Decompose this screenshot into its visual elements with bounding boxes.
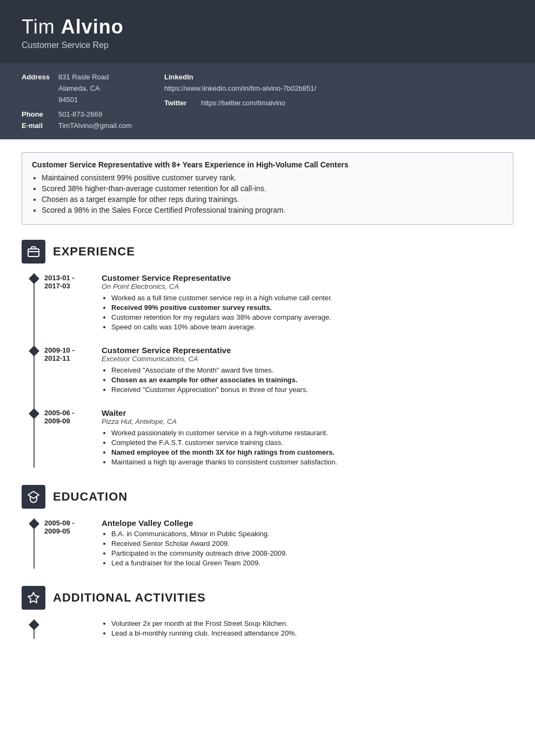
activities-item: Volunteer 2x per month at the Frost Stre… bbox=[35, 619, 513, 639]
education-section: EDUCATION 2005-09 - 2009-05 Antelope Val… bbox=[22, 485, 513, 569]
linkedin-value: https://www.linkedin.com/in/tim-alvino-7… bbox=[164, 84, 316, 92]
job-date: 2009-10 - 2012-11 bbox=[35, 346, 94, 395]
job-bullet: Maintained a high tip average thanks to … bbox=[111, 458, 513, 466]
address-label: Address bbox=[22, 73, 58, 81]
star-icon bbox=[27, 591, 40, 604]
edu-bullet: B.A. in Communications, Minor in Public … bbox=[111, 530, 513, 538]
main-content: Customer Service Representative with 8+ … bbox=[0, 139, 535, 678]
edu-bullet: Received Senior Scholar Award 2009. bbox=[111, 539, 513, 548]
twitter-value: https://twitter.com/timalvino bbox=[201, 99, 285, 107]
edu-school: Antelope Valley College bbox=[102, 518, 513, 528]
education-timeline: 2005-09 - 2009-05 Antelope Valley Colleg… bbox=[34, 518, 513, 569]
job-item: 2005-06 - 2009-09 Waiter Pizza Hut, Ante… bbox=[35, 408, 513, 468]
job-date: 2005-06 - 2009-09 bbox=[35, 408, 94, 468]
job-bullets: Worked as a full time customer service r… bbox=[102, 294, 513, 331]
job-bullet: Worked passionately in customer service … bbox=[111, 429, 513, 437]
resume-header: Tim Alvino Customer Service Rep bbox=[0, 0, 535, 63]
job-bullet: Customer retention for my regulars was 3… bbox=[111, 313, 513, 321]
summary-section: Customer Service Representative with 8+ … bbox=[22, 152, 513, 225]
address-line1: 831 Rasle Road bbox=[58, 73, 109, 81]
job-date: 2013-01 - 2017-03 bbox=[35, 273, 94, 333]
job-bullet: Received "Customer Appreciation" bonus i… bbox=[111, 386, 513, 394]
experience-timeline: 2013-01 - 2017-03 Customer Service Repre… bbox=[34, 273, 513, 468]
job-company: Pizza Hut, Antelope, CA bbox=[102, 417, 513, 426]
activities-list: Volunteer 2x per month at the Frost Stre… bbox=[102, 619, 513, 637]
summary-title: Customer Service Representative with 8+ … bbox=[32, 160, 503, 169]
svg-marker-3 bbox=[28, 592, 39, 603]
email-row: E-mail TimTAlvino@gmail.com bbox=[22, 122, 132, 130]
summary-bullet: Scored 38% higher-than-average customer … bbox=[42, 184, 503, 193]
job-bullet: Received 99% positive customer survey re… bbox=[111, 303, 513, 312]
svg-rect-0 bbox=[28, 249, 39, 256]
summary-bullet: Scored a 98% in the Sales Force Certifie… bbox=[42, 206, 503, 214]
experience-icon bbox=[22, 240, 45, 264]
edu-date: 2005-09 - 2009-05 bbox=[35, 518, 94, 569]
twitter-row: Twitter https://twitter.com/timalvino bbox=[164, 99, 316, 107]
email-value: TimTAlvino@gmail.com bbox=[58, 122, 132, 130]
twitter-label: Twitter bbox=[164, 99, 201, 107]
phone-value: 501-873-2669 bbox=[58, 110, 102, 118]
activities-section: ADDITIONAL ACTIVITIES Volunteer 2x per m… bbox=[22, 586, 513, 639]
activities-content: Volunteer 2x per month at the Frost Stre… bbox=[94, 619, 513, 639]
job-item: 2013-01 - 2017-03 Customer Service Repre… bbox=[35, 273, 513, 333]
briefcase-icon bbox=[27, 245, 40, 258]
address-line2: Alameda, CA bbox=[58, 84, 132, 92]
job-bullet: Named employee of the month 3X for high … bbox=[111, 448, 513, 456]
edu-content: Antelope Valley College B.A. in Communic… bbox=[94, 518, 513, 569]
job-content: Waiter Pizza Hut, Antelope, CA Worked pa… bbox=[94, 408, 513, 468]
first-name: Tim bbox=[22, 16, 55, 38]
job-bullet: Worked as a full time customer service r… bbox=[111, 294, 513, 302]
education-header: EDUCATION bbox=[22, 485, 513, 509]
address-row: Address 831 Rasle Road bbox=[22, 73, 132, 81]
job-content: Customer Service Representative Excelsio… bbox=[94, 346, 513, 395]
email-label: E-mail bbox=[22, 122, 58, 130]
job-title: Customer Service Representative bbox=[102, 346, 513, 355]
activities-title: ADDITIONAL ACTIVITIES bbox=[53, 591, 206, 605]
activity-bullet: Lead a bi-monthly running club. Increase… bbox=[111, 629, 513, 637]
activities-date-spacer bbox=[35, 619, 94, 639]
graduation-cap-icon bbox=[27, 490, 40, 503]
linkedin-row: LinkedIn bbox=[164, 73, 316, 81]
address-line3: 94501 bbox=[58, 96, 132, 104]
edu-item: 2005-09 - 2009-05 Antelope Valley Colleg… bbox=[35, 518, 513, 569]
contact-bar: Address 831 Rasle Road Alameda, CA 94501… bbox=[0, 63, 535, 139]
education-title: EDUCATION bbox=[53, 490, 128, 504]
job-bullet: Speed on calls was 10% above team averag… bbox=[111, 323, 513, 331]
summary-bullet: Chosen as a target example for other rep… bbox=[42, 195, 503, 204]
candidate-title: Customer Service Rep bbox=[22, 40, 513, 50]
activity-bullet: Volunteer 2x per month at the Frost Stre… bbox=[111, 619, 513, 627]
job-title: Customer Service Representative bbox=[102, 273, 513, 282]
job-company: On Point Electronics, CA bbox=[102, 282, 513, 291]
experience-header: EXPERIENCE bbox=[22, 240, 513, 264]
contact-left: Address 831 Rasle Road Alameda, CA 94501… bbox=[22, 73, 132, 130]
last-name: Alvino bbox=[61, 16, 124, 38]
linkedin-label: LinkedIn bbox=[164, 73, 201, 81]
contact-right: LinkedIn https://www.linkedin.com/in/tim… bbox=[164, 73, 316, 130]
job-content: Customer Service Representative On Point… bbox=[94, 273, 513, 333]
phone-row: Phone 501-873-2669 bbox=[22, 110, 132, 118]
experience-section: EXPERIENCE 2013-01 - 2017-03 Customer Se… bbox=[22, 240, 513, 468]
candidate-name: Tim Alvino bbox=[22, 15, 513, 38]
summary-list: Maintained consistent 99% positive custo… bbox=[32, 173, 503, 214]
activities-timeline: Volunteer 2x per month at the Frost Stre… bbox=[34, 619, 513, 639]
job-bullet: Chosen as an example for other associate… bbox=[111, 376, 513, 384]
summary-bullet: Maintained consistent 99% positive custo… bbox=[42, 173, 503, 182]
activities-icon bbox=[22, 586, 45, 610]
job-bullet: Received "Associate of the Month" award … bbox=[111, 366, 513, 374]
job-bullet: Completed the F.A.S.T. customer service … bbox=[111, 438, 513, 447]
edu-bullet: Participated in the community outreach d… bbox=[111, 549, 513, 557]
job-bullets: Received "Associate of the Month" award … bbox=[102, 366, 513, 394]
job-title: Waiter bbox=[102, 408, 513, 417]
edu-bullets: B.A. in Communications, Minor in Public … bbox=[102, 530, 513, 567]
phone-label: Phone bbox=[22, 110, 58, 118]
education-icon bbox=[22, 485, 45, 509]
job-bullets: Worked passionately in customer service … bbox=[102, 429, 513, 466]
activities-header: ADDITIONAL ACTIVITIES bbox=[22, 586, 513, 610]
job-company: Excelsior Communications, CA bbox=[102, 355, 513, 363]
experience-title: EXPERIENCE bbox=[53, 245, 135, 259]
edu-bullet: Led a fundraiser for the local Green Tea… bbox=[111, 559, 513, 567]
job-item: 2009-10 - 2012-11 Customer Service Repre… bbox=[35, 346, 513, 395]
